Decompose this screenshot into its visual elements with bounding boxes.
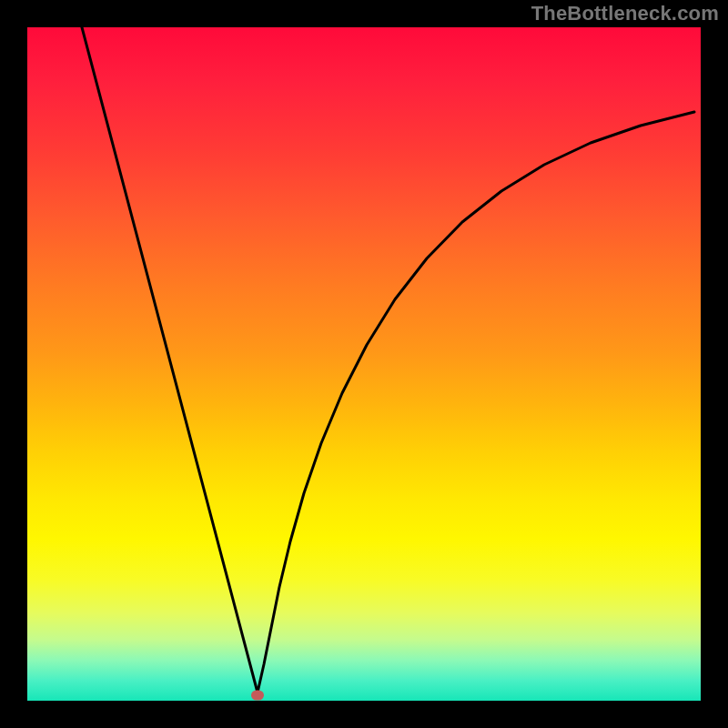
watermark-label: TheBottleneck.com	[531, 2, 719, 25]
plot-area	[27, 27, 701, 701]
bottleneck-curve	[27, 27, 701, 701]
minimum-marker	[251, 691, 264, 701]
chart-container: TheBottleneck.com	[0, 0, 728, 728]
